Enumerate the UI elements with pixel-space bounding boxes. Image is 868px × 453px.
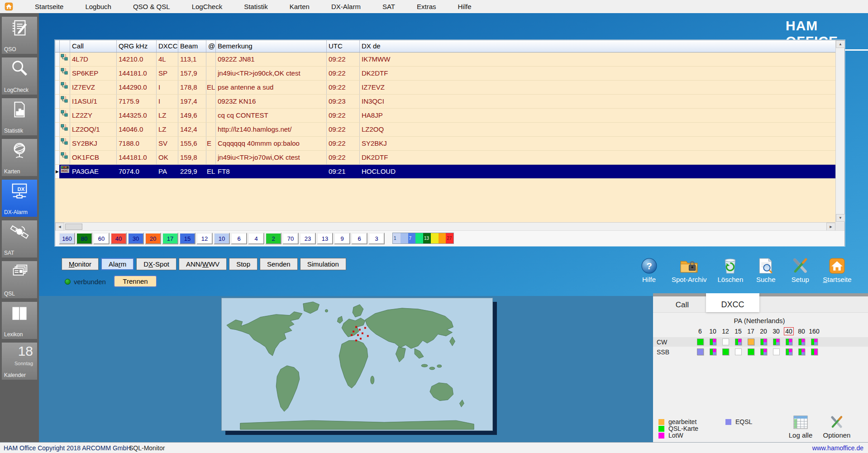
mode-label: SSB — [653, 348, 694, 356]
spot-row[interactable]: ▶HOCPA3GAE7074.0PA229,9ELFT809:21HOCLOUD — [55, 165, 835, 179]
disconnect-button[interactable]: Trennen — [114, 275, 157, 287]
menu-item-dxalarm[interactable]: DX-Alarm — [331, 3, 361, 10]
action-suche[interactable]: Suche — [754, 256, 777, 283]
column-header-bemerkung[interactable]: Bemerkung — [216, 40, 327, 52]
sidebar-item-qsl[interactable]: QSL — [2, 261, 37, 298]
toolbar-button-alarm[interactable]: Alarm — [101, 258, 134, 270]
cell-beam: 157,9 — [178, 67, 206, 80]
scroll-up-button[interactable]: ▲ — [836, 40, 845, 48]
band-button-2-12[interactable]: 2 — [265, 233, 281, 244]
cell-dxde: DK2DTF — [360, 67, 835, 80]
menu-item-logbuch[interactable]: Logbuch — [85, 3, 111, 10]
band-button-40-3[interactable]: 40 — [110, 233, 127, 244]
column-header-call[interactable]: Call — [70, 40, 117, 52]
spot-row[interactable]: 14L7D14210.04L113,10922Z JN8109:22IK7MWW — [55, 52, 835, 67]
toolbar-button-dxspot[interactable]: DX-Spot — [136, 258, 176, 270]
toolbar-button-stop[interactable]: Stop — [229, 258, 258, 270]
band-button-30-4[interactable]: 30 — [128, 233, 144, 244]
panel-band-40: 40 — [782, 328, 795, 337]
sidebar-item-statistik[interactable]: Statistik — [2, 98, 37, 135]
column-header-dxde[interactable]: DX de — [360, 40, 835, 52]
band-button-9-16[interactable]: 9 — [334, 233, 350, 244]
toolbar-button-annwwv[interactable]: ANN/WWV — [179, 258, 227, 270]
home-icon[interactable] — [5, 2, 13, 11]
horizontal-scrollbar[interactable]: ◄ ► — [55, 222, 835, 230]
heat-segment: 1 — [393, 233, 401, 243]
menu-item-sat[interactable]: SAT — [382, 3, 395, 10]
tab-dxcc[interactable]: DXCC — [706, 293, 759, 312]
band-button-13-15[interactable]: 13 — [317, 233, 333, 244]
action-label: Startseite — [823, 276, 851, 283]
band-button-160-0[interactable]: 160 — [59, 233, 75, 244]
menu-item-logcheck[interactable]: LogCheck — [192, 3, 223, 10]
band-button-17-6[interactable]: 17 — [162, 233, 178, 244]
action-hilfe[interactable]: ?Hilfe — [637, 256, 661, 283]
band-button-23-14[interactable]: 23 — [300, 233, 316, 244]
sidebar-item-kalender[interactable]: 18SonntagKalender — [2, 343, 37, 380]
spot-row[interactable]: 1SY2BKJ7188.0SV155,6ECqqqqqq 40mmm op:ba… — [55, 137, 835, 151]
band-button-70-13[interactable]: 70 — [282, 233, 299, 244]
action-setup[interactable]: Setup — [788, 256, 812, 283]
panel-band-160: 160 — [808, 328, 820, 337]
scroll-down-button[interactable]: ▼ — [836, 214, 845, 222]
options-button[interactable]: Optionen — [820, 415, 854, 439]
spot-row[interactable]: 1I1ASU/17175.9I197,40923Z KN1609:23IN3QC… — [55, 95, 835, 109]
menu-item-karten[interactable]: Karten — [290, 3, 310, 10]
sidebar-item-logcheck[interactable]: LogCheck — [2, 57, 37, 95]
spot-row[interactable]: 1SP6KEP144181.0SP157,9jn49iu<TR>jo90ck,O… — [55, 67, 835, 81]
action-lschen[interactable]: Löschen — [718, 256, 744, 283]
column-header-[interactable]: @ — [206, 40, 216, 52]
band-button-3-18[interactable]: 3 — [368, 233, 385, 244]
band-button-10-9[interactable]: 10 — [214, 233, 230, 244]
world-map[interactable] — [221, 298, 493, 431]
connection-status-icon — [65, 279, 71, 285]
spot-row[interactable]: 1LZ2OQ/114046.0LZ142,4http://lz140.hamlo… — [55, 123, 835, 137]
spot-row[interactable]: 1OK1FCB144181.0OK159,8jn49iu<TR>jo70wi,O… — [55, 151, 835, 165]
sidebar-item-karten[interactable]: Karten — [2, 139, 37, 176]
band-button-12-8[interactable]: 12 — [196, 233, 213, 244]
scroll-left-button[interactable]: ◄ — [55, 223, 64, 231]
sidebar-item-lexikon[interactable]: Lexikon — [2, 302, 37, 339]
band-button-6-17[interactable]: 6 — [351, 233, 367, 244]
horizontal-scroll-thumb[interactable] — [65, 224, 82, 230]
band-button-6-10[interactable]: 6 — [231, 233, 247, 244]
column-header-blank[interactable] — [60, 40, 70, 52]
menu-item-extras[interactable]: Extras — [417, 3, 436, 10]
status-cell — [697, 348, 704, 355]
column-header-beam[interactable]: Beam — [178, 40, 206, 52]
spot-row[interactable]: 1IZ7EVZ144290.0I178,8ELpse antenne a sud… — [55, 81, 835, 95]
column-header-dxcc[interactable]: DXCC — [157, 40, 178, 52]
menu-item-statistik[interactable]: Statistik — [244, 3, 268, 10]
band-button-60-2[interactable]: 60 — [93, 233, 110, 244]
scroll-right-button[interactable]: ► — [826, 223, 835, 231]
sidebar-item-dx-alarm[interactable]: DXDX-Alarm — [2, 180, 37, 217]
band-button-4-11[interactable]: 4 — [248, 233, 264, 244]
column-header-blank[interactable] — [55, 40, 60, 52]
quadrant — [814, 342, 817, 345]
tab-call[interactable]: Call — [658, 296, 706, 312]
status-cell — [710, 348, 716, 355]
toolbar-button-senden[interactable]: Senden — [260, 258, 298, 270]
spot-row[interactable]: 1LZ2ZY144325.0LZ149,6cq cq CONTEST09:22H… — [55, 109, 835, 123]
quadrant — [763, 352, 767, 355]
panel-band-label: 12 — [722, 328, 729, 335]
cell-dxde: HA8JP — [360, 109, 835, 122]
website-link[interactable]: www.hamoffice.de — [812, 444, 863, 452]
log-all-button[interactable]: Log alle — [783, 415, 818, 439]
column-header-utc[interactable]: UTC — [327, 40, 360, 52]
band-button-15-7[interactable]: 15 — [179, 233, 196, 244]
sidebar-item-sat[interactable]: SAT — [2, 220, 37, 257]
menu-item-qsoqsl[interactable]: QSO & QSL — [133, 3, 170, 10]
toolbar-button-simulation[interactable]: Simulation — [300, 258, 346, 270]
action-startseite[interactable]: Startseite — [823, 256, 851, 283]
menu-item-hilfe[interactable]: Hilfe — [458, 3, 472, 10]
band-button-20-5[interactable]: 20 — [145, 233, 161, 244]
column-header-qrgkhz[interactable]: QRG kHz — [117, 40, 157, 52]
action-spotarchiv[interactable]: Spot-Archiv — [672, 256, 707, 283]
sidebar-item-qso[interactable]: QSO — [2, 17, 37, 54]
toolbar-button-monitor[interactable]: Monitor — [62, 258, 99, 270]
menu-item-startseite[interactable]: Startseite — [35, 3, 63, 10]
hoc-spot-badge: HOC — [60, 165, 70, 178]
band-button-80-1[interactable]: 80 — [76, 233, 92, 244]
vertical-scrollbar[interactable]: ▲ ▼ — [835, 40, 844, 222]
